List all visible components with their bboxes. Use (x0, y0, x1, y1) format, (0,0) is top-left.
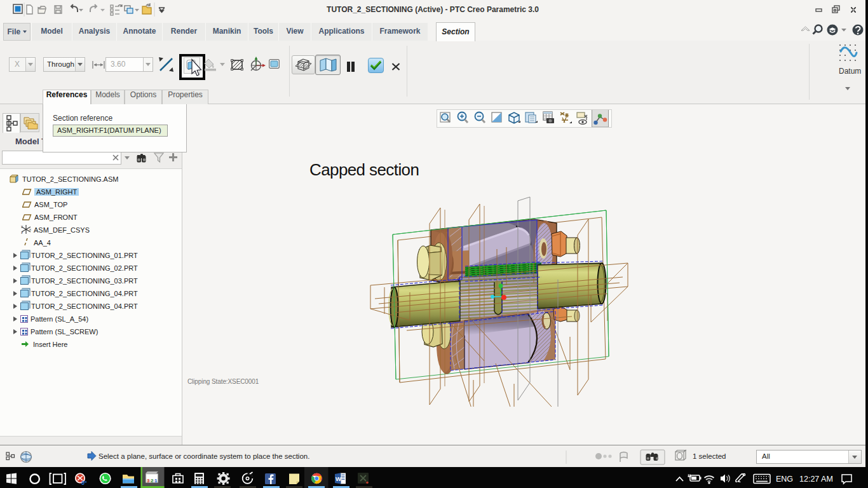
svg-text:12:27 AM: 12:27 AM (799, 475, 833, 484)
svg-text:y: y (21, 224, 23, 228)
svg-text:z: z (21, 231, 23, 234)
svg-text:3: 3 (147, 478, 150, 484)
svg-text:2: 2 (151, 478, 154, 484)
svg-text:ENG: ENG (776, 475, 793, 484)
svg-text:1: 1 (154, 478, 158, 484)
svg-text:x: x (29, 227, 31, 231)
svg-text:W: W (336, 475, 341, 482)
svg-text:0°: 0° (81, 480, 87, 486)
